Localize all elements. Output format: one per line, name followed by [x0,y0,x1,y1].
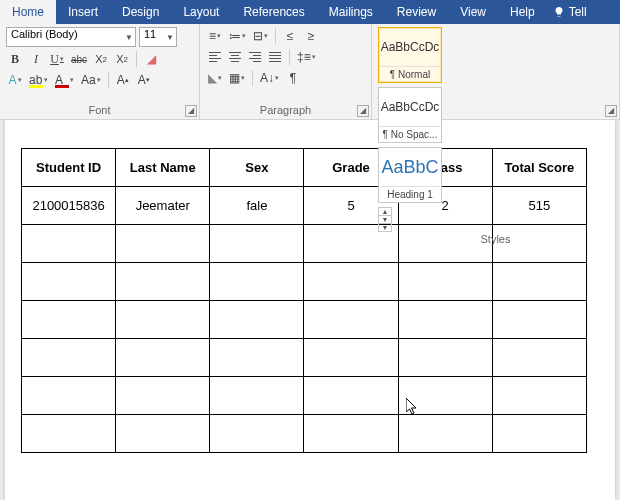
sort-button[interactable]: A↓ [258,69,281,87]
cell[interactable] [492,301,586,339]
tab-design[interactable]: Design [110,0,171,24]
bold-button[interactable]: B [6,50,24,68]
cell[interactable] [22,415,116,453]
increase-indent-button[interactable]: ≥ [302,27,320,45]
cell[interactable] [22,377,116,415]
decrease-indent-button[interactable]: ≤ [281,27,299,45]
table-row[interactable] [22,263,587,301]
cell[interactable] [210,301,304,339]
group-paragraph-label: Paragraph [206,103,365,117]
cell[interactable] [304,377,398,415]
cell[interactable] [398,415,492,453]
cell[interactable] [492,263,586,301]
separator [252,70,253,86]
shrink-font-button[interactable]: A▾ [135,71,153,89]
tell-me-label: Tell [569,5,587,19]
tab-view[interactable]: View [448,0,498,24]
cell[interactable]: Jeemater [116,187,210,225]
bullets-button[interactable]: ≡ [206,27,224,45]
cell[interactable]: fale [210,187,304,225]
group-paragraph: ≡ ≔ ⊟ ≤ ≥ ‡≡ ◣ ▦ A↓ [200,24,372,119]
cell[interactable] [492,339,586,377]
styles-up-button[interactable]: ▲ [379,208,391,216]
chevron-down-icon: ▼ [166,33,174,42]
cell[interactable] [210,415,304,453]
font-dialog-launcher[interactable]: ◢ [185,105,197,117]
cell[interactable] [304,415,398,453]
cell[interactable] [116,263,210,301]
tab-references[interactable]: References [231,0,316,24]
table-row[interactable] [22,377,587,415]
change-case-button[interactable]: Aa [79,71,103,89]
italic-button[interactable]: I [27,50,45,68]
styles-dialog-launcher[interactable]: ◢ [605,105,617,117]
separator [289,49,290,65]
tell-me[interactable]: Tell [547,0,593,24]
align-left-button[interactable] [206,49,224,65]
tab-home[interactable]: Home [0,0,56,24]
cell[interactable] [22,339,116,377]
cell[interactable] [22,225,116,263]
clear-formatting-button[interactable]: ◢ [142,50,160,68]
line-spacing-button[interactable]: ‡≡ [295,48,318,66]
font-name-combo[interactable]: Calibri (Body) ▼ [6,27,136,47]
subscript-button[interactable]: X2 [92,50,110,68]
cell[interactable] [398,377,492,415]
cell[interactable] [398,263,492,301]
text-effects-button[interactable]: A [6,71,24,89]
superscript-button[interactable]: X2 [113,50,131,68]
tab-help[interactable]: Help [498,0,547,24]
cell[interactable] [210,339,304,377]
styles-gallery-scroll: ▲ ▼ ▼ [378,207,392,232]
tab-mailings[interactable]: Mailings [317,0,385,24]
table-row[interactable] [22,339,587,377]
cell[interactable] [116,377,210,415]
cell[interactable] [116,339,210,377]
styles-down-button[interactable]: ▼ [379,216,391,224]
numbering-button[interactable]: ≔ [227,27,248,45]
cell[interactable] [398,339,492,377]
cell[interactable] [492,415,586,453]
cell[interactable] [210,225,304,263]
style-normal[interactable]: AaBbCcDc ¶ Normal [378,27,442,83]
multilevel-button[interactable]: ⊟ [251,27,270,45]
separator [275,28,276,44]
style-no-spacing[interactable]: AaBbCcDc ¶ No Spac... [378,87,442,143]
cell[interactable] [116,415,210,453]
table-row[interactable] [22,301,587,339]
borders-button[interactable]: ▦ [227,69,247,87]
col-last-name[interactable]: Last Name [116,149,210,187]
align-center-button[interactable] [226,49,244,65]
style-heading1[interactable]: AaBbC Heading 1 [378,147,442,203]
show-marks-button[interactable]: ¶ [284,69,302,87]
table-row[interactable] [22,415,587,453]
col-sex[interactable]: Sex [210,149,304,187]
cell[interactable] [210,263,304,301]
tab-layout[interactable]: Layout [171,0,231,24]
styles-expand-button[interactable]: ▼ [379,224,391,231]
font-color-button[interactable]: A [53,71,76,89]
cell[interactable] [304,301,398,339]
cell[interactable] [398,301,492,339]
justify-button[interactable] [266,49,284,65]
cell[interactable] [304,263,398,301]
strikethrough-button[interactable]: abc [69,50,89,68]
cell[interactable] [22,263,116,301]
highlight-button[interactable]: ab [27,71,50,89]
cell[interactable] [116,301,210,339]
grow-font-button[interactable]: A▴ [114,71,132,89]
cell[interactable]: 2100015836 [22,187,116,225]
underline-button[interactable]: U [48,50,66,68]
cell[interactable] [304,339,398,377]
cell[interactable] [22,301,116,339]
align-right-button[interactable] [246,49,264,65]
cell[interactable] [116,225,210,263]
paragraph-dialog-launcher[interactable]: ◢ [357,105,369,117]
shading-button[interactable]: ◣ [206,69,224,87]
tab-review[interactable]: Review [385,0,448,24]
col-student-id[interactable]: Student ID [22,149,116,187]
cell[interactable] [210,377,304,415]
cell[interactable] [492,377,586,415]
font-size-combo[interactable]: 11 ▼ [139,27,177,47]
tab-insert[interactable]: Insert [56,0,110,24]
